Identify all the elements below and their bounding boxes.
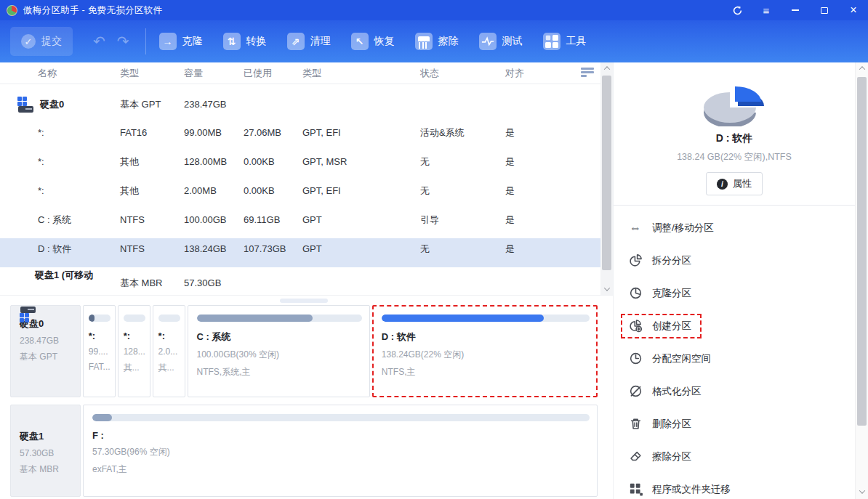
usage-bar bbox=[197, 315, 362, 322]
table-body: 硬盘0 基本 GPT 238.47GB *: FAT16 99.00MB 27. bbox=[0, 84, 613, 293]
app-window: 傲梅分区助手 - 免费无损分区软件 ≡ × ✓ 提交 ↶ ↷ → 克隆 ⇅ 转换 bbox=[0, 0, 868, 499]
clean-icon: ⇗ bbox=[287, 33, 305, 50]
app-migration-icon bbox=[628, 482, 643, 497]
disk1-info[interactable]: 硬盘1 57.30GB 基本 MBR bbox=[10, 405, 81, 497]
partition-block-d-selected[interactable]: D : 软件 138.24GB(22% 空闲) NTFS,主 bbox=[372, 305, 598, 397]
toolbar-label: 克隆 bbox=[182, 35, 203, 48]
clone-partition-icon bbox=[628, 286, 643, 301]
table-header: 名称 类型 容量 已使用 类型 状态 对齐 bbox=[0, 62, 613, 84]
delete-partition-icon bbox=[628, 417, 643, 431]
sidebar-scrollbar[interactable] bbox=[855, 62, 868, 499]
partition-block-f[interactable]: F : 57.30GB(96% 空闲) exFAT,主 bbox=[83, 405, 598, 497]
info-icon: i bbox=[717, 179, 728, 190]
toolbar-button-convert[interactable]: ⇅ 转换 bbox=[223, 33, 267, 50]
shredder-icon bbox=[415, 33, 433, 50]
undo-icon[interactable]: ↶ bbox=[93, 33, 105, 50]
resize-move-icon: ⇔ bbox=[628, 221, 643, 235]
volume-table: 名称 类型 容量 已使用 类型 状态 对齐 硬盘0 基本 GPT bbox=[0, 62, 613, 295]
close-icon[interactable]: × bbox=[839, 0, 868, 20]
table-row-partition[interactable]: *: 其他 2.00MB 0.00KB GPT, EFI 无 是 bbox=[0, 180, 613, 209]
menu-item-allocate[interactable]: 分配空闲空间 bbox=[614, 342, 855, 375]
partition-block[interactable]: *: 128... 其... bbox=[118, 305, 150, 397]
usage-bar bbox=[89, 315, 110, 322]
wipe-partition-icon bbox=[628, 450, 643, 464]
allocate-space-icon bbox=[628, 352, 643, 366]
titlebar: 傲梅分区助手 - 免费无损分区软件 ≡ × bbox=[0, 0, 868, 20]
disk0-info[interactable]: 硬盘0 238.47GB 基本 GPT bbox=[10, 305, 81, 397]
toolbar-label: 清理 bbox=[310, 35, 331, 48]
partition-block[interactable]: *: 2.0... 其... bbox=[153, 305, 185, 397]
col-header-aligned: 对齐 bbox=[505, 67, 584, 80]
pane-splitter[interactable] bbox=[0, 295, 613, 305]
scrollbar-thumb[interactable] bbox=[857, 77, 867, 426]
usage-bar bbox=[92, 414, 590, 421]
pie-chart-icon bbox=[687, 70, 781, 126]
left-pane: 名称 类型 容量 已使用 类型 状态 对齐 硬盘0 基本 GPT bbox=[0, 62, 613, 499]
scroll-up-icon[interactable] bbox=[600, 62, 613, 74]
selected-partition-card: D : 软件 138.24 GB(22% 空闲),NTFS i 属性 bbox=[614, 62, 855, 195]
scroll-down-icon[interactable] bbox=[856, 486, 868, 498]
tools-grid-icon bbox=[543, 33, 560, 50]
toolbar-button-clean[interactable]: ⇗ 清理 bbox=[287, 33, 331, 50]
maximize-icon[interactable] bbox=[810, 0, 839, 20]
convert-icon: ⇅ bbox=[223, 33, 241, 50]
window-controls: ≡ × bbox=[723, 0, 868, 20]
menu-item-resize-move[interactable]: ⇔ 调整/移动分区 bbox=[614, 211, 855, 244]
col-header-status: 状态 bbox=[420, 67, 505, 80]
properties-button[interactable]: i 属性 bbox=[706, 172, 763, 195]
col-header-type: 类型 bbox=[120, 67, 184, 80]
toolbar-separator bbox=[145, 28, 146, 54]
toolbar-button-test[interactable]: 测试 bbox=[479, 33, 523, 50]
menu-item-wipe[interactable]: 擦除分区 bbox=[614, 440, 855, 473]
col-header-name: 名称 bbox=[0, 67, 120, 80]
toolbar-label: 测试 bbox=[502, 35, 523, 48]
disk1-row: 硬盘1 57.30GB 基本 MBR F : 57.30GB(96% 空闲) e… bbox=[10, 405, 598, 497]
usage-bar bbox=[124, 315, 145, 322]
scroll-down-icon[interactable] bbox=[600, 283, 613, 295]
table-row-partition-d-selected[interactable]: D : 软件 NTFS 138.24GB 107.73GB GPT 无 是 bbox=[0, 238, 613, 267]
hdd-icon bbox=[17, 97, 35, 113]
table-row-partition[interactable]: *: 其他 128.00MB 0.00KB GPT, MSR 无 是 bbox=[0, 151, 613, 180]
menu-item-split[interactable]: 拆分分区 bbox=[614, 244, 855, 277]
disk0-row: 硬盘0 238.47GB 基本 GPT *: 99.... FAT... *: … bbox=[10, 305, 598, 397]
usage-bar bbox=[158, 315, 180, 322]
menu-item-format[interactable]: 格式化分区 bbox=[614, 375, 855, 407]
menu-item-delete[interactable]: 删除分区 bbox=[614, 407, 855, 440]
scroll-up-icon[interactable] bbox=[856, 62, 868, 74]
menu-icon[interactable]: ≡ bbox=[752, 0, 781, 20]
toolbar-label: 擦除 bbox=[438, 35, 459, 48]
create-partition-icon bbox=[628, 319, 643, 333]
toolbar-button-clone[interactable]: → 克隆 bbox=[159, 33, 203, 50]
recover-icon: ↖ bbox=[351, 33, 369, 50]
submit-button[interactable]: ✓ 提交 bbox=[10, 27, 73, 56]
partition-block[interactable]: *: 99.... FAT... bbox=[83, 305, 116, 397]
usb-icon bbox=[22, 267, 30, 283]
table-row-partition[interactable]: *: FAT16 99.00MB 27.06MB GPT, EFI 活动&系统 … bbox=[0, 122, 613, 151]
table-row-disk0[interactable]: 硬盘0 基本 GPT 238.47GB bbox=[0, 93, 613, 122]
splitter-handle[interactable] bbox=[280, 299, 328, 303]
selected-partition-name: D : 软件 bbox=[614, 132, 855, 145]
toolbar-button-recover[interactable]: ↖ 恢复 bbox=[351, 33, 395, 50]
redo-icon[interactable]: ↷ bbox=[117, 33, 129, 50]
table-row-partition-c[interactable]: C : 系统 NTFS 100.00GB 69.11GB GPT 引导 是 bbox=[0, 209, 613, 238]
menu-item-clone[interactable]: 克隆分区 bbox=[614, 277, 855, 309]
action-sidebar: D : 软件 138.24 GB(22% 空闲),NTFS i 属性 ⇔ 调整/… bbox=[613, 62, 855, 499]
menu-item-app-migration[interactable]: 程序或文件夹迁移 bbox=[614, 473, 855, 499]
minimize-icon[interactable] bbox=[781, 0, 810, 20]
clone-icon: → bbox=[159, 33, 177, 50]
toolbar-button-tools[interactable]: 工具 bbox=[543, 33, 587, 50]
view-toggle-icon[interactable] bbox=[581, 68, 594, 78]
partition-block-c[interactable]: C : 系统 100.00GB(30% 空闲) NTFS,系统,主 bbox=[188, 305, 370, 397]
menu-item-create[interactable]: 创建分区 bbox=[614, 309, 855, 342]
col-header-scheme: 类型 bbox=[302, 67, 420, 80]
table-scrollbar[interactable] bbox=[600, 62, 613, 295]
toolbar-button-erase[interactable]: 擦除 bbox=[415, 33, 459, 50]
refresh-icon[interactable] bbox=[723, 0, 752, 20]
toolbar-label: 工具 bbox=[566, 35, 587, 48]
app-title: 傲梅分区助手 - 免费无损分区软件 bbox=[23, 4, 162, 17]
col-header-capacity: 容量 bbox=[184, 67, 244, 80]
submit-label: 提交 bbox=[41, 35, 62, 48]
col-header-used: 已使用 bbox=[244, 67, 302, 80]
table-row-disk1[interactable]: 硬盘1 (可移动 基本 MBR 57.30GB bbox=[0, 267, 613, 293]
scrollbar-thumb[interactable] bbox=[602, 76, 611, 270]
